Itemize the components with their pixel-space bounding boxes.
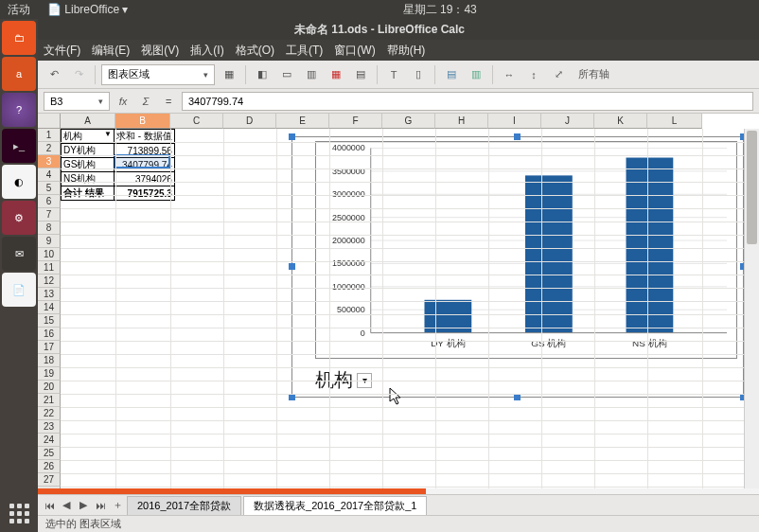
chart-plot-area[interactable]: 0500000100000015000002000000250000030000…: [315, 141, 737, 359]
resize-handle[interactable]: [514, 133, 521, 140]
terminal-icon[interactable]: ▸_: [2, 129, 36, 163]
data-table-icon[interactable]: ▤: [350, 64, 371, 85]
row-header-21[interactable]: 21: [38, 394, 61, 407]
row-header-2[interactable]: 2: [38, 142, 61, 155]
app-menu[interactable]: 📄 LibreOffice ▾: [47, 3, 129, 16]
chart-area-icon[interactable]: ▭: [276, 64, 297, 85]
sheet-tab-1[interactable]: 2016_2017全部贷款: [127, 496, 241, 515]
row-header-14[interactable]: 14: [38, 301, 61, 314]
amazon-icon[interactable]: a: [2, 57, 36, 91]
menu-window[interactable]: 窗口(W): [334, 43, 375, 59]
row-headers[interactable]: 1234567891011121314151617181920212223242…: [38, 129, 61, 488]
formula-input[interactable]: 3407799.74: [182, 92, 753, 111]
vgrid-icon[interactable]: ▥: [466, 64, 486, 85]
row-header-3[interactable]: 3: [38, 155, 61, 168]
undo-icon[interactable]: ↶: [44, 64, 64, 85]
clock[interactable]: 星期二 19：43: [129, 2, 752, 18]
row-header-5[interactable]: 5: [38, 182, 61, 195]
legend-icon[interactable]: ▯: [408, 64, 429, 85]
row-header-11[interactable]: 11: [38, 261, 61, 275]
col-header-B[interactable]: B: [115, 114, 170, 129]
tab-last-icon[interactable]: ⏭: [93, 498, 108, 513]
row-header-7[interactable]: 7: [38, 208, 61, 222]
menu-bar[interactable]: 文件(F) 编辑(E) 视图(V) 插入(I) 格式(O) 工具(T) 窗口(W…: [38, 40, 759, 61]
row-header-24[interactable]: 24: [38, 434, 61, 447]
add-sheet-icon[interactable]: ＋: [110, 498, 125, 513]
data-ranges-icon[interactable]: ▦: [326, 64, 346, 85]
col-header-A[interactable]: A: [61, 114, 115, 129]
menu-insert[interactable]: 插入(I): [190, 43, 223, 59]
help-icon[interactable]: ?: [2, 93, 36, 127]
menu-file[interactable]: 文件(F): [44, 43, 80, 59]
row-header-13[interactable]: 13: [38, 288, 61, 301]
col-header-I[interactable]: I: [488, 114, 541, 129]
cell-grid[interactable]: 机构▼ 求和 - 数据值 DY机构713899.56 GS机构3407799.7…: [61, 129, 744, 488]
chart-element-selector[interactable]: 图表区域▾: [101, 64, 215, 85]
col-header-K[interactable]: K: [594, 114, 647, 129]
row-header-9[interactable]: 9: [38, 235, 61, 248]
format-selection-icon[interactable]: ▦: [219, 64, 239, 85]
sheet-tab-2[interactable]: 数据透视表_2016_2017全部贷款_1: [243, 496, 427, 515]
col-header-L[interactable]: L: [647, 114, 702, 129]
files-icon[interactable]: 🗀: [2, 21, 36, 55]
row-header-27[interactable]: 27: [38, 473, 61, 487]
row-header-18[interactable]: 18: [38, 354, 61, 367]
show-apps-icon[interactable]: [2, 500, 36, 526]
tab-first-icon[interactable]: ⏮: [42, 498, 57, 513]
row-header-12[interactable]: 12: [38, 275, 61, 288]
col-header-F[interactable]: F: [329, 114, 382, 129]
menu-view[interactable]: 视图(V): [141, 43, 179, 59]
row-header-19[interactable]: 19: [38, 367, 61, 381]
menu-help[interactable]: 帮助(H): [387, 43, 426, 59]
row-header-20[interactable]: 20: [38, 381, 61, 394]
equals-icon[interactable]: =: [159, 92, 178, 111]
tab-next-icon[interactable]: ▶: [76, 498, 91, 513]
resize-handle[interactable]: [289, 263, 295, 270]
sum-icon[interactable]: Σ: [136, 92, 155, 111]
row-header-23[interactable]: 23: [38, 420, 61, 434]
row-header-25[interactable]: 25: [38, 447, 61, 460]
activities-button[interactable]: 活动: [8, 2, 30, 18]
row-header-17[interactable]: 17: [38, 341, 61, 354]
menu-format[interactable]: 格式(O): [236, 43, 274, 59]
row-header-8[interactable]: 8: [38, 222, 61, 235]
vertical-scrollbar[interactable]: [744, 129, 759, 488]
row-header-26[interactable]: 26: [38, 460, 61, 473]
all-axes-label[interactable]: 所有轴: [578, 67, 609, 81]
row-header-15[interactable]: 15: [38, 314, 61, 328]
col-header-H[interactable]: H: [435, 114, 488, 129]
scroll-thumb[interactable]: [747, 131, 757, 244]
menu-tools[interactable]: 工具(T): [286, 43, 323, 59]
fx-icon[interactable]: fx: [114, 92, 132, 111]
settings-icon[interactable]: ⚙: [2, 201, 36, 235]
chart-object[interactable]: 0500000100000015000002000000250000030000…: [291, 136, 744, 398]
chromium-icon[interactable]: ◐: [2, 165, 36, 199]
document-icon[interactable]: 📄: [2, 273, 36, 307]
col-header-C[interactable]: C: [170, 114, 223, 129]
col-header-D[interactable]: D: [223, 114, 276, 129]
xaxis-icon[interactable]: ↔: [499, 64, 520, 85]
menu-edit[interactable]: 编辑(E): [92, 43, 130, 59]
col-header-E[interactable]: E: [276, 114, 329, 129]
chart-wall-icon[interactable]: ▥: [301, 64, 322, 85]
row-header-16[interactable]: 16: [38, 328, 61, 341]
select-all-corner[interactable]: [38, 114, 61, 129]
horizontal-scroll-region[interactable]: [38, 488, 759, 494]
chart-type-icon[interactable]: ◧: [252, 64, 273, 85]
titles-icon[interactable]: T: [383, 64, 404, 85]
column-headers[interactable]: ABCDEFGHIJKL: [61, 114, 744, 129]
row-header-1[interactable]: 1: [38, 129, 61, 142]
sheet-area[interactable]: ABCDEFGHIJKL 123456789101112131415161718…: [38, 114, 759, 488]
resize-handle[interactable]: [289, 133, 295, 140]
mail-icon[interactable]: ✉: [2, 237, 36, 271]
scroll-thumb[interactable]: [38, 488, 426, 494]
resize-handle[interactable]: [514, 394, 521, 400]
hgrid-icon[interactable]: ▤: [441, 64, 462, 85]
name-box[interactable]: B3▾: [44, 92, 110, 111]
resize-handle[interactable]: [289, 394, 295, 400]
zaxis-icon[interactable]: ⤢: [548, 64, 569, 85]
tab-prev-icon[interactable]: ◀: [59, 498, 74, 513]
yaxis-icon[interactable]: ↕: [523, 64, 544, 85]
row-header-4[interactable]: 4: [38, 168, 61, 182]
row-header-6[interactable]: 6: [38, 195, 61, 208]
